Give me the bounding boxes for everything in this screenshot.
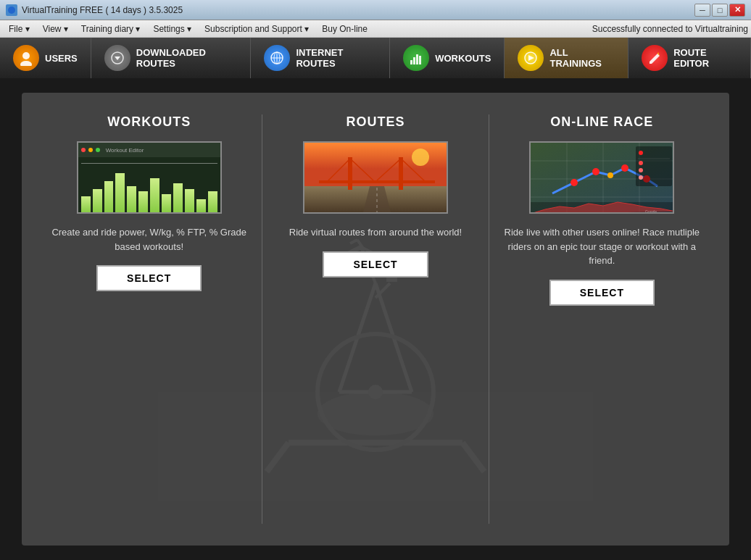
online-race-image: Google xyxy=(529,141,674,214)
svg-point-2 xyxy=(20,61,32,66)
bar-2 xyxy=(93,189,102,212)
connection-status: Successfully connected to Virtualtrainin… xyxy=(592,24,748,34)
svg-text:Google: Google xyxy=(645,209,657,214)
nav-workouts-label: WORKOUTS xyxy=(435,53,491,64)
downloaded-routes-icon xyxy=(104,45,130,71)
svg-rect-33 xyxy=(348,157,352,190)
menu-training-diary[interactable]: Training diary ▾ xyxy=(75,20,146,37)
menu-view[interactable]: View ▾ xyxy=(37,20,74,37)
svg-point-32 xyxy=(412,149,429,166)
minimize-button[interactable]: ─ xyxy=(694,4,710,17)
routes-image xyxy=(303,141,448,214)
bar-8 xyxy=(162,194,171,212)
svg-point-55 xyxy=(639,151,643,155)
routes-card: ROUTES xyxy=(270,114,481,277)
titlebar-left: VirtualTraining FREE ( 14 days ) 3.5.302… xyxy=(6,4,183,16)
app-icon xyxy=(6,4,17,16)
workouts-card: WORKOUTS Workout Editor xyxy=(43,114,254,291)
users-icon xyxy=(13,45,39,71)
internet-routes-icon xyxy=(264,45,290,71)
chart-header: Workout Editor xyxy=(78,143,220,157)
routes-title: ROUTES xyxy=(346,114,404,130)
nav-route-editor-label: ROUTE EDITOR xyxy=(673,47,737,69)
routes-select-button[interactable]: SELECT xyxy=(323,251,428,277)
window-title: VirtualTraining FREE ( 14 days ) 3.5.302… xyxy=(22,5,183,15)
workouts-image: Workout Editor xyxy=(77,141,222,214)
svg-point-58 xyxy=(639,168,643,172)
svg-point-0 xyxy=(8,7,15,14)
bar-6 xyxy=(138,191,148,212)
online-race-select-button[interactable]: SELECT xyxy=(549,280,655,306)
svg-rect-39 xyxy=(319,180,435,183)
nav-all-trainings[interactable]: ALL TRAININGS xyxy=(505,38,628,78)
nav-internet-label: INTERNET ROUTES xyxy=(296,47,376,69)
all-trainings-icon xyxy=(518,45,544,71)
menubar: File ▾ View ▾ Training diary ▾ Settings … xyxy=(0,20,751,38)
bar-11 xyxy=(196,199,206,212)
content-panel: WORKOUTS Workout Editor xyxy=(22,93,729,546)
nav-workouts[interactable]: WORKOUTS xyxy=(390,38,505,78)
svg-point-59 xyxy=(639,175,643,180)
chart-dot-green xyxy=(96,148,100,152)
chart-dot-orange xyxy=(88,148,93,152)
svg-point-53 xyxy=(607,172,613,178)
chart-label: Workout Editor xyxy=(106,147,144,154)
chart-dot-red xyxy=(81,148,86,152)
online-race-description: Ride live with other users online! Race … xyxy=(497,225,708,268)
divider-2 xyxy=(489,114,489,524)
svg-point-1 xyxy=(22,52,30,59)
svg-rect-10 xyxy=(416,54,418,64)
nav-downloaded-routes[interactable]: DOWNLOADED ROUTES xyxy=(91,38,252,78)
menu-subscription[interactable]: Subscription and Support ▾ xyxy=(199,20,315,37)
svg-rect-30 xyxy=(304,143,448,186)
workouts-description: Create and ride power, W/kg, % FTP, % Gr… xyxy=(43,225,254,254)
bar-10 xyxy=(185,189,194,212)
divider-1 xyxy=(262,114,262,524)
maximize-button[interactable]: □ xyxy=(712,4,728,17)
nav-all-trainings-label: ALL TRAININGS xyxy=(549,47,615,69)
nav-internet-routes[interactable]: INTERNET ROUTES xyxy=(251,38,390,78)
routes-svg xyxy=(304,143,448,214)
nav-route-editor[interactable]: ROUTE EDITOR xyxy=(628,38,751,78)
chart-gridline xyxy=(81,163,217,164)
svg-point-57 xyxy=(639,161,643,165)
bar-1 xyxy=(81,196,91,212)
main-content: WORKOUTS Workout Editor xyxy=(0,78,751,560)
svg-point-50 xyxy=(592,168,599,175)
bar-4 xyxy=(115,173,125,212)
bar-12 xyxy=(208,191,217,212)
titlebar-controls[interactable]: ─ □ ✕ xyxy=(694,4,745,17)
nav-downloaded-label: DOWNLOADED ROUTES xyxy=(136,47,238,69)
workouts-icon xyxy=(403,45,429,71)
online-race-svg: Google xyxy=(531,143,674,214)
workouts-select-button[interactable]: SELECT xyxy=(96,265,202,291)
bar-7 xyxy=(150,178,159,212)
nav-users-label: USERS xyxy=(45,53,78,64)
navbar: USERS DOWNLOADED ROUTES INTERNET ROUTES xyxy=(0,38,751,78)
workouts-title: WORKOUTS xyxy=(107,114,191,130)
bar-3 xyxy=(104,181,114,212)
bar-9 xyxy=(173,183,183,212)
routes-description: Ride virtual routes from around the worl… xyxy=(282,225,469,240)
menu-file[interactable]: File ▾ xyxy=(3,20,36,37)
svg-point-49 xyxy=(570,179,578,186)
svg-rect-34 xyxy=(399,157,403,190)
nav-users[interactable]: USERS xyxy=(0,38,91,78)
workout-chart: Workout Editor xyxy=(78,143,220,212)
route-editor-icon xyxy=(642,45,668,71)
menu-settings[interactable]: Settings ▾ xyxy=(147,20,197,37)
svg-rect-9 xyxy=(413,57,415,64)
online-race-card: ON-LINE RACE xyxy=(497,114,708,306)
online-race-title: ON-LINE RACE xyxy=(550,114,653,130)
close-button[interactable]: ✕ xyxy=(729,4,745,17)
bar-5 xyxy=(127,186,136,212)
svg-rect-8 xyxy=(410,60,412,64)
chart-body xyxy=(78,157,220,212)
svg-point-51 xyxy=(621,164,628,172)
svg-rect-11 xyxy=(419,56,421,64)
titlebar: VirtualTraining FREE ( 14 days ) 3.5.302… xyxy=(0,0,751,20)
menu-buy[interactable]: Buy On-line xyxy=(316,20,373,37)
